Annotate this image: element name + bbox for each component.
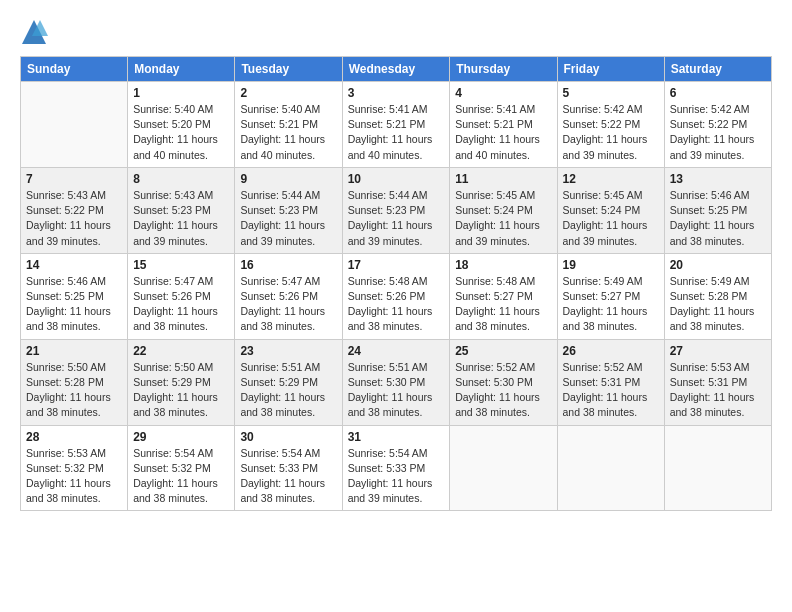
day-info: Sunrise: 5:42 AM Sunset: 5:22 PM Dayligh…	[670, 102, 766, 163]
day-number: 28	[26, 430, 122, 444]
day-info: Sunrise: 5:50 AM Sunset: 5:28 PM Dayligh…	[26, 360, 122, 421]
calendar-cell	[450, 425, 557, 511]
day-number: 23	[240, 344, 336, 358]
calendar-week-row: 14Sunrise: 5:46 AM Sunset: 5:25 PM Dayli…	[21, 253, 772, 339]
calendar-cell	[557, 425, 664, 511]
day-info: Sunrise: 5:46 AM Sunset: 5:25 PM Dayligh…	[670, 188, 766, 249]
day-info: Sunrise: 5:46 AM Sunset: 5:25 PM Dayligh…	[26, 274, 122, 335]
day-info: Sunrise: 5:49 AM Sunset: 5:27 PM Dayligh…	[563, 274, 659, 335]
calendar-cell: 15Sunrise: 5:47 AM Sunset: 5:26 PM Dayli…	[128, 253, 235, 339]
calendar-cell: 21Sunrise: 5:50 AM Sunset: 5:28 PM Dayli…	[21, 339, 128, 425]
calendar-cell	[664, 425, 771, 511]
day-info: Sunrise: 5:51 AM Sunset: 5:30 PM Dayligh…	[348, 360, 445, 421]
day-number: 25	[455, 344, 551, 358]
day-info: Sunrise: 5:52 AM Sunset: 5:31 PM Dayligh…	[563, 360, 659, 421]
day-number: 16	[240, 258, 336, 272]
calendar-header-thursday: Thursday	[450, 57, 557, 82]
calendar-cell: 17Sunrise: 5:48 AM Sunset: 5:26 PM Dayli…	[342, 253, 450, 339]
calendar-cell: 30Sunrise: 5:54 AM Sunset: 5:33 PM Dayli…	[235, 425, 342, 511]
day-number: 24	[348, 344, 445, 358]
page: SundayMondayTuesdayWednesdayThursdayFrid…	[0, 0, 792, 521]
logo-icon	[20, 18, 48, 46]
day-info: Sunrise: 5:54 AM Sunset: 5:33 PM Dayligh…	[240, 446, 336, 507]
day-info: Sunrise: 5:48 AM Sunset: 5:27 PM Dayligh…	[455, 274, 551, 335]
calendar-cell: 10Sunrise: 5:44 AM Sunset: 5:23 PM Dayli…	[342, 167, 450, 253]
calendar-header-sunday: Sunday	[21, 57, 128, 82]
day-number: 20	[670, 258, 766, 272]
day-info: Sunrise: 5:43 AM Sunset: 5:23 PM Dayligh…	[133, 188, 229, 249]
day-info: Sunrise: 5:47 AM Sunset: 5:26 PM Dayligh…	[133, 274, 229, 335]
calendar-cell: 11Sunrise: 5:45 AM Sunset: 5:24 PM Dayli…	[450, 167, 557, 253]
day-number: 12	[563, 172, 659, 186]
calendar-week-row: 28Sunrise: 5:53 AM Sunset: 5:32 PM Dayli…	[21, 425, 772, 511]
logo-area	[20, 18, 52, 46]
day-info: Sunrise: 5:54 AM Sunset: 5:32 PM Dayligh…	[133, 446, 229, 507]
calendar-cell: 8Sunrise: 5:43 AM Sunset: 5:23 PM Daylig…	[128, 167, 235, 253]
calendar-cell: 29Sunrise: 5:54 AM Sunset: 5:32 PM Dayli…	[128, 425, 235, 511]
day-number: 31	[348, 430, 445, 444]
day-info: Sunrise: 5:40 AM Sunset: 5:21 PM Dayligh…	[240, 102, 336, 163]
day-number: 3	[348, 86, 445, 100]
day-number: 11	[455, 172, 551, 186]
day-info: Sunrise: 5:47 AM Sunset: 5:26 PM Dayligh…	[240, 274, 336, 335]
day-number: 26	[563, 344, 659, 358]
day-number: 22	[133, 344, 229, 358]
calendar-header-tuesday: Tuesday	[235, 57, 342, 82]
calendar-cell: 7Sunrise: 5:43 AM Sunset: 5:22 PM Daylig…	[21, 167, 128, 253]
day-info: Sunrise: 5:50 AM Sunset: 5:29 PM Dayligh…	[133, 360, 229, 421]
day-number: 6	[670, 86, 766, 100]
day-info: Sunrise: 5:48 AM Sunset: 5:26 PM Dayligh…	[348, 274, 445, 335]
day-info: Sunrise: 5:42 AM Sunset: 5:22 PM Dayligh…	[563, 102, 659, 163]
calendar-header-row: SundayMondayTuesdayWednesdayThursdayFrid…	[21, 57, 772, 82]
day-number: 17	[348, 258, 445, 272]
day-info: Sunrise: 5:51 AM Sunset: 5:29 PM Dayligh…	[240, 360, 336, 421]
calendar-week-row: 1Sunrise: 5:40 AM Sunset: 5:20 PM Daylig…	[21, 82, 772, 168]
day-number: 14	[26, 258, 122, 272]
calendar-week-row: 21Sunrise: 5:50 AM Sunset: 5:28 PM Dayli…	[21, 339, 772, 425]
day-number: 30	[240, 430, 336, 444]
day-number: 2	[240, 86, 336, 100]
day-number: 7	[26, 172, 122, 186]
day-info: Sunrise: 5:41 AM Sunset: 5:21 PM Dayligh…	[348, 102, 445, 163]
day-number: 4	[455, 86, 551, 100]
calendar-cell: 22Sunrise: 5:50 AM Sunset: 5:29 PM Dayli…	[128, 339, 235, 425]
calendar-cell: 19Sunrise: 5:49 AM Sunset: 5:27 PM Dayli…	[557, 253, 664, 339]
calendar-cell: 24Sunrise: 5:51 AM Sunset: 5:30 PM Dayli…	[342, 339, 450, 425]
day-number: 8	[133, 172, 229, 186]
day-number: 5	[563, 86, 659, 100]
day-info: Sunrise: 5:43 AM Sunset: 5:22 PM Dayligh…	[26, 188, 122, 249]
calendar-cell: 23Sunrise: 5:51 AM Sunset: 5:29 PM Dayli…	[235, 339, 342, 425]
calendar-cell: 2Sunrise: 5:40 AM Sunset: 5:21 PM Daylig…	[235, 82, 342, 168]
day-info: Sunrise: 5:52 AM Sunset: 5:30 PM Dayligh…	[455, 360, 551, 421]
day-number: 1	[133, 86, 229, 100]
day-number: 10	[348, 172, 445, 186]
day-number: 19	[563, 258, 659, 272]
calendar-cell: 3Sunrise: 5:41 AM Sunset: 5:21 PM Daylig…	[342, 82, 450, 168]
day-number: 15	[133, 258, 229, 272]
header	[20, 18, 772, 46]
calendar-cell: 20Sunrise: 5:49 AM Sunset: 5:28 PM Dayli…	[664, 253, 771, 339]
day-number: 21	[26, 344, 122, 358]
day-info: Sunrise: 5:44 AM Sunset: 5:23 PM Dayligh…	[348, 188, 445, 249]
calendar-cell	[21, 82, 128, 168]
day-number: 18	[455, 258, 551, 272]
calendar-cell: 5Sunrise: 5:42 AM Sunset: 5:22 PM Daylig…	[557, 82, 664, 168]
calendar-cell: 25Sunrise: 5:52 AM Sunset: 5:30 PM Dayli…	[450, 339, 557, 425]
day-info: Sunrise: 5:40 AM Sunset: 5:20 PM Dayligh…	[133, 102, 229, 163]
calendar-cell: 9Sunrise: 5:44 AM Sunset: 5:23 PM Daylig…	[235, 167, 342, 253]
calendar-cell: 27Sunrise: 5:53 AM Sunset: 5:31 PM Dayli…	[664, 339, 771, 425]
day-info: Sunrise: 5:53 AM Sunset: 5:31 PM Dayligh…	[670, 360, 766, 421]
calendar-cell: 12Sunrise: 5:45 AM Sunset: 5:24 PM Dayli…	[557, 167, 664, 253]
calendar-table: SundayMondayTuesdayWednesdayThursdayFrid…	[20, 56, 772, 511]
calendar-cell: 31Sunrise: 5:54 AM Sunset: 5:33 PM Dayli…	[342, 425, 450, 511]
calendar-header-monday: Monday	[128, 57, 235, 82]
day-number: 13	[670, 172, 766, 186]
day-number: 9	[240, 172, 336, 186]
calendar-header-friday: Friday	[557, 57, 664, 82]
calendar-cell: 1Sunrise: 5:40 AM Sunset: 5:20 PM Daylig…	[128, 82, 235, 168]
day-info: Sunrise: 5:44 AM Sunset: 5:23 PM Dayligh…	[240, 188, 336, 249]
day-info: Sunrise: 5:41 AM Sunset: 5:21 PM Dayligh…	[455, 102, 551, 163]
day-number: 29	[133, 430, 229, 444]
calendar-header-wednesday: Wednesday	[342, 57, 450, 82]
calendar-cell: 4Sunrise: 5:41 AM Sunset: 5:21 PM Daylig…	[450, 82, 557, 168]
